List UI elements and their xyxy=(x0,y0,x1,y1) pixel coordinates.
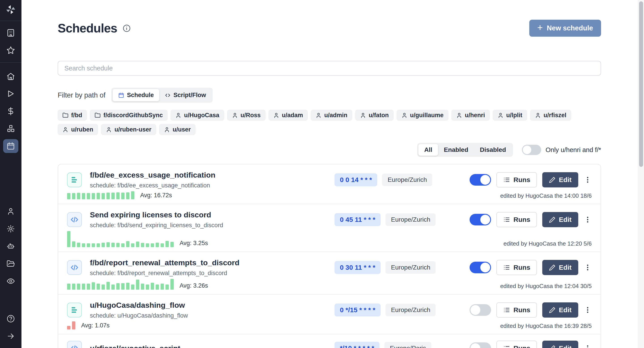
sidebar-item-workers[interactable] xyxy=(3,239,18,253)
edit-label: Edit xyxy=(559,264,572,271)
pencil-icon xyxy=(549,176,556,183)
schedule-list: f/bd/ee_excess_usage_notification schedu… xyxy=(58,164,601,348)
scrollbar-thumb[interactable] xyxy=(639,1,643,167)
code-icon xyxy=(69,214,80,225)
path-filter-chip[interactable]: f/discordGithubSync xyxy=(90,110,168,120)
path-type-script-flow[interactable]: Script/Flow xyxy=(159,89,212,101)
schedule-row: u/rfiszel/evocative_script */10 * * * * … xyxy=(58,334,600,348)
user-icon xyxy=(232,112,238,118)
path-filter-chip[interactable]: u/guillaume xyxy=(397,110,448,120)
runtime-bars xyxy=(67,322,75,330)
path-filter-chip[interactable]: f/bd xyxy=(58,110,87,120)
schedule-row: Send expiring licenses to discord schedu… xyxy=(58,204,600,252)
sidebar-item-variables[interactable] xyxy=(3,104,18,118)
edited-by: edited by HugoCasa the 12:20 5/6 xyxy=(503,240,592,247)
windmill-logo-icon[interactable] xyxy=(5,4,16,16)
sidebar-item-audit[interactable] xyxy=(3,274,18,288)
folder-icon xyxy=(94,112,100,118)
runtime-bars xyxy=(67,191,134,199)
sidebar-item-user[interactable] xyxy=(3,204,18,218)
sidebar-item-runs[interactable] xyxy=(3,87,18,101)
timezone-badge: Europe/Zurich xyxy=(386,261,436,274)
sidebar-item-help[interactable] xyxy=(3,312,18,326)
path-filter-chip[interactable]: u/user xyxy=(159,124,196,135)
cron-badge: 0 0 14 * * * xyxy=(334,173,377,186)
schedule-enabled-toggle[interactable] xyxy=(470,304,491,316)
schedule-enabled-toggle[interactable] xyxy=(470,262,491,273)
runs-button[interactable]: Runs xyxy=(496,302,537,318)
sidebar-item-schedules[interactable] xyxy=(3,139,18,153)
kebab-menu-icon[interactable] xyxy=(584,213,592,226)
runs-button[interactable]: Runs xyxy=(496,260,537,275)
runs-label: Runs xyxy=(514,176,530,184)
kebab-menu-icon[interactable] xyxy=(584,174,592,186)
sidebar-item-settings[interactable] xyxy=(3,222,18,236)
user-icon xyxy=(535,112,541,118)
path-filter-chip[interactable]: u/adam xyxy=(268,110,308,120)
sidebar-item-home[interactable] xyxy=(3,69,18,83)
schedule-type-icon xyxy=(67,341,82,348)
status-filter-disabled[interactable]: Disabled xyxy=(474,144,512,156)
sidebar-item-folders[interactable] xyxy=(3,257,18,270)
runs-button[interactable]: Runs xyxy=(496,172,537,188)
edit-label: Edit xyxy=(559,216,572,224)
sidebar-item-favorites[interactable] xyxy=(3,44,18,57)
kebab-menu-icon[interactable] xyxy=(584,261,592,274)
avg-runtime: Avg: 1.07s xyxy=(81,322,110,330)
schedule-type-icon xyxy=(67,172,82,187)
schedule-path: schedule: f/bd/report_renewal_attempts_t… xyxy=(90,270,240,277)
path-filter-chip[interactable]: u/ruben-user xyxy=(101,124,156,135)
status-filter-all[interactable]: All xyxy=(418,144,438,156)
edit-label: Edit xyxy=(559,306,572,314)
path-type-schedule[interactable]: Schedule xyxy=(113,89,159,101)
path-filter-chip[interactable]: u/ruben xyxy=(58,124,98,135)
edit-button[interactable]: Edit xyxy=(542,340,578,348)
schedule-enabled-toggle[interactable] xyxy=(470,214,491,226)
edit-button[interactable]: Edit xyxy=(542,302,578,318)
edit-button[interactable]: Edit xyxy=(542,260,578,275)
kebab-menu-icon[interactable] xyxy=(584,304,592,316)
cron-badge: */10 * * * * * xyxy=(334,342,380,348)
path-filter-chip[interactable]: u/admin xyxy=(311,110,352,120)
avg-runtime: Avg: 3.26s xyxy=(180,282,208,290)
calendar-icon xyxy=(118,92,124,98)
user-icon xyxy=(498,112,504,118)
building-icon xyxy=(6,28,15,37)
sidebar-item-workspace[interactable] xyxy=(3,26,18,40)
path-filter-chip[interactable]: u/Ross xyxy=(227,110,266,120)
flow-icon xyxy=(70,175,80,185)
edit-button[interactable]: Edit xyxy=(542,172,578,188)
runs-button[interactable]: Runs xyxy=(496,340,537,348)
search-input[interactable] xyxy=(58,61,601,76)
help-circle-icon xyxy=(6,314,15,323)
only-henri-label: Only u/henri and f/* xyxy=(546,146,601,154)
status-filter-enabled[interactable]: Enabled xyxy=(438,144,474,156)
schedule-path: schedule: u/HugoCasa/dashing_flow xyxy=(90,312,188,319)
path-filter-chip[interactable]: u/lplit xyxy=(493,110,527,120)
path-filter-chip[interactable]: u/HugoCasa xyxy=(170,110,224,120)
cron-badge: 0 */15 * * * * xyxy=(334,304,380,316)
edited-by: edited by HugoCasa the 16:39 28/5 xyxy=(500,322,592,330)
user-icon xyxy=(106,126,112,132)
sidebar-collapse-button[interactable] xyxy=(3,329,18,343)
code-icon xyxy=(69,262,80,273)
edit-button[interactable]: Edit xyxy=(542,212,578,227)
sidebar-item-resources[interactable] xyxy=(3,122,18,136)
path-filter-chip[interactable]: u/henri xyxy=(452,110,490,120)
path-filter-chip[interactable]: u/rfiszel xyxy=(530,110,571,120)
timezone-badge: Europe/Zurich xyxy=(386,213,436,226)
schedule-title: u/HugoCasa/dashing_flow xyxy=(90,301,188,310)
path-filter-chip[interactable]: u/faton xyxy=(355,110,394,120)
user-icon xyxy=(316,112,322,118)
new-schedule-button[interactable]: + New schedule xyxy=(529,20,601,37)
schedule-enabled-toggle[interactable] xyxy=(470,342,491,348)
edited-by: edited by HugoCasa the 14:00 18/6 xyxy=(500,192,592,199)
kebab-menu-icon[interactable] xyxy=(584,342,592,348)
cron-badge: 0 30 11 * * * xyxy=(334,261,380,274)
schedule-enabled-toggle[interactable] xyxy=(470,174,491,186)
info-icon[interactable] xyxy=(122,24,131,32)
filter-by-path-label: Filter by path of xyxy=(58,91,106,99)
timezone-badge: Europe/Paris xyxy=(384,342,431,348)
only-henri-toggle[interactable] xyxy=(522,145,541,155)
runs-button[interactable]: Runs xyxy=(496,212,537,227)
